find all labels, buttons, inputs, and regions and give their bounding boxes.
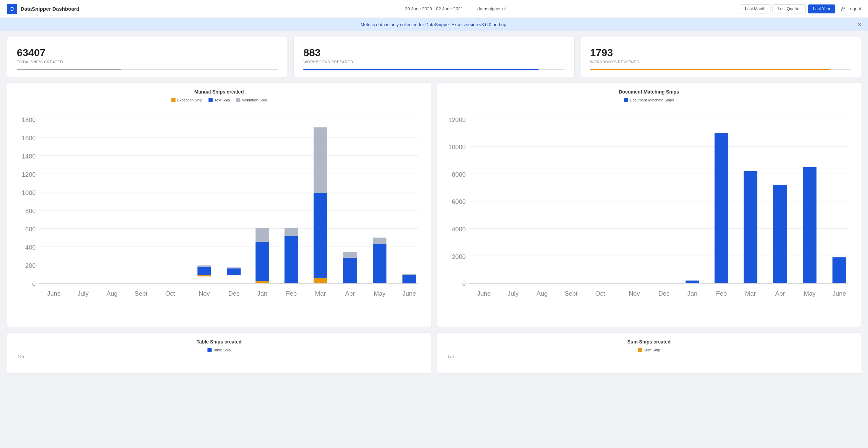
table-snip-color-dot <box>207 348 212 352</box>
bar-may-text <box>373 244 386 283</box>
svg-text:Nov: Nov <box>629 290 640 297</box>
manual-snips-chart: 1800 1600 1400 1200 1000 800 600 400 200… <box>14 105 424 323</box>
bar-mar-exception <box>314 278 327 283</box>
legend-sum-snip: Sum Snip <box>638 348 660 352</box>
svg-text:4000: 4000 <box>452 226 466 233</box>
manual-snips-panel: Manual Snips created Exception Snip Text… <box>7 83 431 327</box>
svg-text:July: July <box>507 290 519 297</box>
svg-text:Dec: Dec <box>658 290 669 297</box>
validation-color-dot <box>236 98 240 102</box>
doc-matching-chart: 12000 10000 8000 6000 4000 2000 0 <box>444 105 854 323</box>
svg-text:12000: 12000 <box>448 116 466 123</box>
legend-sum-snip-label: Sum Snip <box>644 348 660 352</box>
svg-text:Oct: Oct <box>595 290 605 297</box>
banner-message: Metrics data is only collected for DataS… <box>361 22 508 27</box>
bar-doc-mar <box>743 171 757 283</box>
bar-may-validation <box>373 238 386 244</box>
date-range: 30 June 2020 - 02 June 2021 <box>405 6 463 11</box>
svg-text:800: 800 <box>25 207 36 215</box>
banner-close-button[interactable]: × <box>858 22 861 28</box>
legend-table-snip-label: Table Snip <box>213 348 231 352</box>
exception-color-dot <box>171 98 176 102</box>
svg-text:June: June <box>477 290 491 297</box>
svg-text:Sept: Sept <box>135 290 147 297</box>
svg-text:May: May <box>803 290 815 297</box>
sum-snips-panel: Sum Snips created Sum Snip 140 <box>437 332 861 374</box>
svg-text:0: 0 <box>462 280 465 287</box>
bar-dec-text <box>227 268 241 275</box>
workbooks-prepared-label: WORKBOOKS PREPARED <box>303 60 564 64</box>
svg-text:Dec: Dec <box>228 290 239 297</box>
table-snips-legend: Table Snip <box>14 348 424 352</box>
tenant-name: datasnipper-nl <box>477 6 506 11</box>
info-banner: Metrics data is only collected for DataS… <box>0 18 868 31</box>
last-month-button[interactable]: Last Month <box>740 4 770 13</box>
bar-mar-validation <box>314 127 327 193</box>
bar-mar-text <box>314 193 327 278</box>
workbooks-prepared-value: 883 <box>303 47 564 58</box>
manual-snips-title: Manual Snips created <box>14 89 424 95</box>
stat-cards-row: 63407 TOTAL SNIPS CREATED 883 WORKBOOKS … <box>7 37 861 77</box>
main-content: 63407 TOTAL SNIPS CREATED 883 WORKBOOKS … <box>0 31 868 379</box>
bar-dec-validation <box>227 267 241 269</box>
workbooks-prepared-bar-bg <box>303 69 564 70</box>
table-snips-title: Table Snips created <box>14 339 424 345</box>
bar-doc-feb <box>714 133 728 283</box>
svg-text:July: July <box>77 290 89 297</box>
svg-text:2000: 2000 <box>452 253 466 260</box>
doc-matching-legend: Document Matching Snips <box>444 98 854 102</box>
svg-text:6000: 6000 <box>452 198 466 205</box>
bar-june2-validation <box>402 274 416 275</box>
workbooks-reviewed-bar-fill <box>590 69 831 70</box>
svg-text:Jan: Jan <box>257 290 267 297</box>
lock-icon <box>841 7 846 11</box>
legend-exception: Exception Snip <box>171 98 202 102</box>
stat-card-workbooks-prepared: 883 WORKBOOKS PREPARED <box>293 37 574 77</box>
workbooks-reviewed-label: WORKBOOKS REVIEWED <box>590 60 851 64</box>
svg-text:Jan: Jan <box>687 290 697 297</box>
svg-text:Apr: Apr <box>775 290 785 297</box>
svg-text:June: June <box>47 290 61 297</box>
header: D DataSnipper Dashboard 30 June 2020 - 0… <box>0 0 868 18</box>
bar-feb-text <box>284 236 298 283</box>
bar-nov-text <box>198 267 211 275</box>
bar-nov-validation <box>198 265 211 267</box>
doc-matching-svg: 12000 10000 8000 6000 4000 2000 0 <box>444 105 854 321</box>
svg-text:1600: 1600 <box>22 134 36 142</box>
bar-jan-text <box>256 242 269 281</box>
legend-doc-matching: Document Matching Snips <box>624 98 674 102</box>
svg-text:Aug: Aug <box>536 290 547 297</box>
bar-june2-text <box>402 275 416 283</box>
last-year-button[interactable]: Last Year <box>808 4 835 13</box>
svg-text:1000: 1000 <box>22 189 36 196</box>
workbooks-reviewed-value: 1793 <box>590 47 851 58</box>
stat-card-workbooks-reviewed: 1793 WORKBOOKS REVIEWED <box>580 37 861 77</box>
total-snips-value: 63407 <box>17 47 278 58</box>
legend-validation-label: Validation Snip <box>242 98 267 102</box>
legend-validation: Validation Snip <box>236 98 267 102</box>
svg-text:Nov: Nov <box>199 290 210 297</box>
svg-text:June: June <box>403 290 416 297</box>
bar-apr-validation <box>343 252 357 258</box>
svg-text:400: 400 <box>25 244 36 251</box>
svg-text:Apr: Apr <box>345 290 355 297</box>
legend-table-snip: Table Snip <box>207 348 231 352</box>
svg-text:Mar: Mar <box>315 290 326 297</box>
logo-icon: D <box>7 4 17 14</box>
sum-snips-y-label: 140 <box>444 355 854 359</box>
svg-text:1800: 1800 <box>22 116 36 123</box>
doc-matching-panel: Document Matching Snips Document Matchin… <box>437 83 861 327</box>
bar-feb-validation <box>284 228 298 236</box>
doc-matching-color-dot <box>624 98 628 102</box>
table-snips-panel: Table Snips created Table Snip 120 <box>7 332 431 374</box>
doc-matching-title: Document Matching Snips <box>444 89 854 95</box>
svg-text:200: 200 <box>25 262 36 269</box>
text-color-dot <box>208 98 213 102</box>
logout-button[interactable]: Logout <box>841 6 861 11</box>
last-quarter-button[interactable]: Last Quarter <box>773 4 806 13</box>
manual-snips-svg: 1800 1600 1400 1200 1000 800 600 400 200… <box>14 105 424 321</box>
legend-text: Text Snip <box>208 98 230 102</box>
bar-doc-june2 <box>832 257 846 283</box>
sum-snips-legend: Sum Snip <box>444 348 854 352</box>
svg-text:Sept: Sept <box>564 290 577 297</box>
